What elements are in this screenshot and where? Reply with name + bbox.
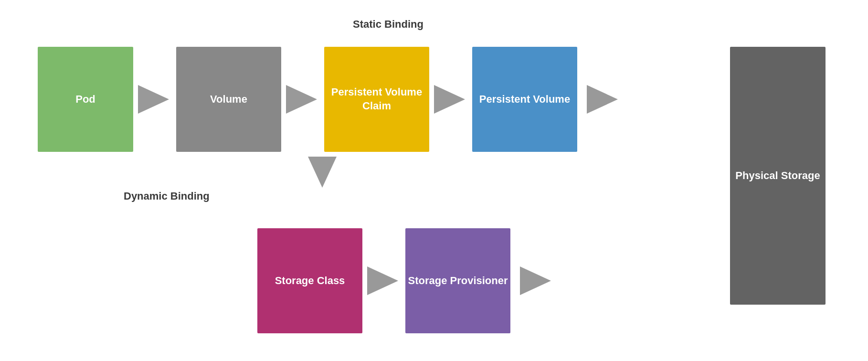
arrow-provisioner-to-physical bbox=[515, 266, 558, 295]
dynamic-binding-row: Storage Class Storage Provisioner bbox=[257, 228, 563, 333]
arrow-pv-to-physical bbox=[582, 85, 625, 114]
storage-class-box: Storage Class bbox=[257, 228, 362, 333]
static-binding-label: Static Binding bbox=[353, 18, 423, 31]
storage-provisioner-box: Storage Provisioner bbox=[405, 228, 510, 333]
pvc-box: Persistent Volume Claim bbox=[324, 47, 429, 152]
dynamic-binding-label: Dynamic Binding bbox=[124, 190, 210, 202]
physical-storage-box: Physical Storage bbox=[730, 47, 826, 305]
arrow-pvc-to-storage-class bbox=[308, 157, 337, 190]
static-binding-row: Pod Volume Persistent Volume Claim Persi… bbox=[38, 47, 630, 152]
arrow-volume-to-pvc bbox=[286, 85, 319, 114]
arrow-pvc-to-pv bbox=[434, 85, 467, 114]
pv-box: Persistent Volume bbox=[472, 47, 577, 152]
pod-box: Pod bbox=[38, 47, 133, 152]
arrow-pod-to-volume bbox=[138, 85, 171, 114]
arrow-storage-class-to-provisioner bbox=[367, 266, 401, 295]
volume-box: Volume bbox=[176, 47, 281, 152]
diagram-container: Static Binding Dynamic Binding Pod Volum… bbox=[28, 13, 840, 348]
